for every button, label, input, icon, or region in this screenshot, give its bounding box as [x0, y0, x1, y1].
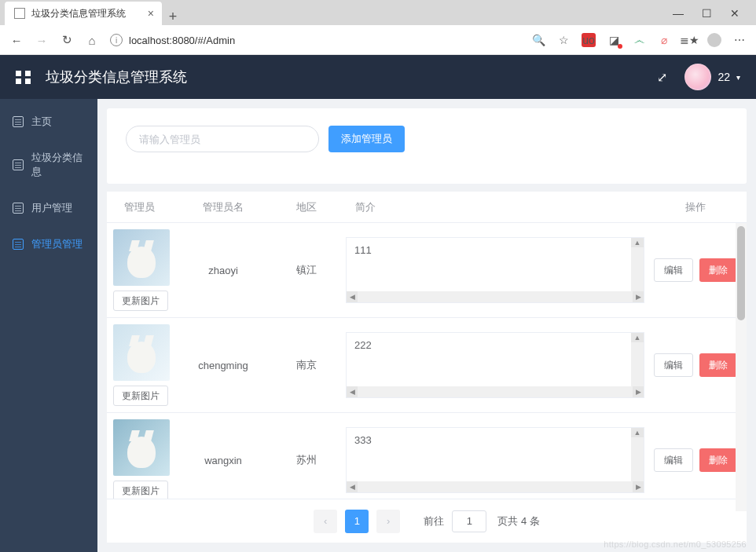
doc-icon [13, 116, 24, 127]
admin-table: 管理员 管理员名 地区 简介 操作 更新图片 zhaoyi 镇江 [107, 192, 747, 543]
th-op: 操作 [644, 200, 747, 214]
avatar [684, 64, 711, 90]
search-input[interactable] [126, 126, 319, 152]
page-icon [14, 8, 25, 19]
cell-region: 镇江 [267, 223, 346, 317]
sidebar-item-label: 垃圾分类信息 [31, 151, 85, 179]
refresh-icon[interactable]: ↻ [60, 33, 74, 47]
cell-region: 南京 [267, 318, 346, 412]
edit-button[interactable]: 编辑 [654, 258, 693, 282]
intro-textarea[interactable]: 222 ▲ ◀▶ [346, 332, 644, 398]
sidebar-item-admins[interactable]: 管理员管理 [0, 226, 97, 262]
pagination: ‹ 1 › 前往 页共 4 条 [107, 499, 747, 543]
url-box[interactable]: i localhost:8080/#/Admin [110, 34, 520, 46]
chevron-down-icon: ▾ [736, 73, 740, 82]
total-label: 页共 4 条 [497, 514, 539, 528]
doc-icon [13, 239, 24, 250]
intro-text: 111 [347, 238, 644, 262]
browser-tab[interactable]: 垃圾分类信息管理系统 × [5, 2, 162, 25]
sidebar-item-home[interactable]: 主页 [0, 104, 97, 140]
doc-icon [13, 203, 24, 214]
user-name: 22 [717, 71, 730, 83]
cell-name: wangxin [179, 413, 267, 499]
goto-page-input[interactable] [452, 510, 486, 532]
window-controls: — ☐ ✕ [657, 2, 756, 25]
tab-title: 垃圾分类信息管理系统 [31, 7, 141, 20]
maximize-icon[interactable]: ☐ [699, 7, 714, 20]
minimize-icon[interactable]: — [671, 7, 685, 20]
intro-text: 222 [347, 333, 644, 357]
home-icon[interactable]: ⌂ [85, 34, 99, 47]
close-window-icon[interactable]: ✕ [728, 7, 742, 20]
intro-textarea[interactable]: 111 ▲ ◀▶ [346, 237, 644, 303]
table-scrollbar[interactable] [736, 223, 747, 511]
close-icon[interactable]: × [148, 7, 154, 20]
update-image-button[interactable]: 更新图片 [113, 291, 168, 311]
th-admin: 管理员 [107, 200, 179, 214]
add-admin-button[interactable]: 添加管理员 [328, 126, 405, 152]
menu-icon[interactable] [16, 71, 31, 84]
extension3-icon[interactable]: ⌀ [657, 33, 671, 47]
extension2-icon[interactable]: ෴ [632, 33, 646, 47]
delete-button[interactable]: 删除 [699, 258, 737, 282]
sidebar: 主页 垃圾分类信息 用户管理 管理员管理 [0, 99, 97, 552]
goto-label: 前往 [424, 514, 444, 528]
toolbar-card: 添加管理员 [107, 108, 747, 184]
scrollbar-vertical[interactable]: ▲ [631, 333, 644, 386]
prev-page-button[interactable]: ‹ [314, 510, 337, 533]
browser-chrome: 垃圾分类信息管理系统 × + — ☐ ✕ ← → ↻ ⌂ i localhost… [0, 0, 756, 55]
admin-thumbnail[interactable] [113, 419, 170, 476]
next-page-button[interactable]: › [376, 510, 400, 533]
table-row: 更新图片 zhaoyi 镇江 111 ▲ ◀▶ 编辑 删除 [107, 223, 747, 318]
url-text: localhost:8080/#/Admin [129, 35, 235, 46]
user-menu[interactable]: 22 ▾ [684, 64, 740, 90]
update-image-button[interactable]: 更新图片 [113, 386, 168, 406]
th-region: 地区 [267, 200, 346, 214]
edit-button[interactable]: 编辑 [654, 448, 693, 472]
table-header: 管理员 管理员名 地区 简介 操作 [107, 192, 747, 223]
admin-thumbnail[interactable] [113, 324, 170, 381]
star-icon[interactable]: ☆ [556, 33, 571, 47]
profile-icon[interactable] [707, 33, 721, 47]
intro-textarea[interactable]: 333 ▲ ◀▶ [346, 427, 644, 493]
intro-text: 333 [347, 428, 644, 452]
scrollbar-horizontal[interactable]: ◀▶ [347, 291, 644, 302]
app-title: 垃圾分类信息管理系统 [46, 68, 187, 86]
table-body[interactable]: 更新图片 zhaoyi 镇江 111 ▲ ◀▶ 编辑 删除 [107, 223, 747, 499]
back-icon[interactable]: ← [9, 34, 24, 47]
app-header: 垃圾分类信息管理系统 ⤢ 22 ▾ [0, 55, 756, 99]
tab-bar: 垃圾分类信息管理系统 × + — ☐ ✕ [0, 0, 756, 25]
page-number-button[interactable]: 1 [345, 510, 369, 533]
edit-button[interactable]: 编辑 [654, 353, 693, 377]
scrollbar-horizontal[interactable]: ◀▶ [347, 386, 644, 397]
forward-icon[interactable]: → [35, 34, 49, 47]
fullscreen-icon[interactable]: ⤢ [657, 70, 667, 85]
favorites-icon[interactable]: ≣★ [682, 33, 696, 47]
sidebar-item-users[interactable]: 用户管理 [0, 190, 97, 226]
search-icon[interactable]: 🔍 [531, 33, 545, 47]
cell-name: zhaoyi [179, 223, 267, 317]
cell-region: 苏州 [267, 413, 346, 499]
scrollbar-horizontal[interactable]: ◀▶ [347, 481, 644, 492]
more-icon[interactable]: ⋯ [732, 33, 747, 47]
sidebar-item-label: 管理员管理 [31, 237, 83, 251]
cell-name: chengming [179, 318, 267, 412]
sidebar-item-label: 用户管理 [31, 201, 72, 215]
watermark: https://blog.csdn.net/m0_53095256 [604, 539, 747, 549]
table-row: 更新图片 chengming 南京 222 ▲ ◀▶ 编辑 删除 [107, 318, 747, 413]
main-content: 添加管理员 管理员 管理员名 地区 简介 操作 更新图片 zhaoyi 镇江 [97, 99, 756, 552]
update-image-button[interactable]: 更新图片 [113, 481, 168, 499]
doc-icon [13, 159, 24, 170]
extension-icon[interactable]: ◪ [607, 33, 621, 47]
scrollbar-vertical[interactable]: ▲ [631, 428, 644, 481]
new-tab-button[interactable]: + [162, 9, 184, 25]
admin-thumbnail[interactable] [113, 229, 170, 286]
sidebar-item-categories[interactable]: 垃圾分类信息 [0, 140, 97, 190]
delete-button[interactable]: 删除 [699, 353, 737, 377]
th-name: 管理员名 [179, 200, 267, 214]
scrollbar-vertical[interactable]: ▲ [631, 238, 644, 291]
delete-button[interactable]: 删除 [699, 448, 737, 472]
site-info-icon[interactable]: i [110, 34, 123, 46]
th-intro: 简介 [346, 200, 644, 214]
adblock-icon[interactable]: uo [582, 33, 596, 47]
